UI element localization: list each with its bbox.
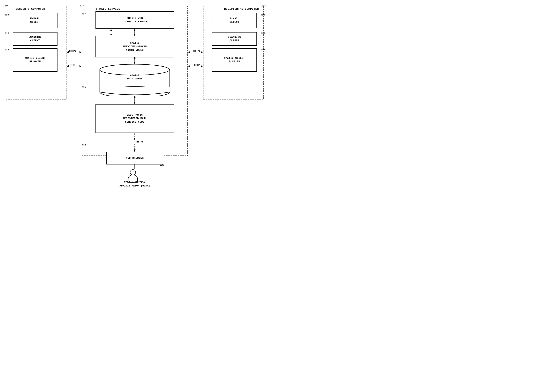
email2-web-client-interface: eMail2 WEBCLIENT INTERFACE bbox=[96, 11, 174, 29]
email2-data-layer: eMail2DATA LAYER bbox=[99, 64, 170, 96]
ref-102-left: 102 bbox=[5, 32, 9, 35]
electronic-registered-mail: ELECTRONICREGISTERED MAILSERVICE NODE bbox=[96, 104, 174, 133]
recipients-computer-label: RECIPIENT'S COMPUTER bbox=[224, 7, 259, 10]
email2-data-layer-label: eMail2DATA LAYER bbox=[127, 74, 142, 80]
ref-101-left: 101 bbox=[5, 14, 9, 17]
https-label-bottom: HTTPS bbox=[136, 141, 143, 143]
ref-110: 110 bbox=[80, 4, 84, 7]
svg-rect-21 bbox=[100, 87, 170, 92]
http-label-right: HTTP bbox=[194, 64, 200, 66]
email2-client-plugin-left: eMail2 CLIENTPLUG-IN bbox=[13, 48, 58, 72]
email-client-left: E-MAILCLIENT bbox=[13, 13, 58, 28]
ref-100-right: 100 bbox=[261, 4, 266, 7]
ref-108-right: 108 bbox=[260, 48, 265, 51]
https-label-right: HTTPS bbox=[193, 50, 200, 52]
email-client-right: E-MAILCLIENT bbox=[212, 13, 257, 28]
web-browser: WEB BROWSER bbox=[106, 152, 163, 165]
ref-100-left: 100 bbox=[3, 4, 8, 7]
arrows-overlay bbox=[0, 0, 270, 196]
email2-client-plugin-right: eMail2 CLIENTPLUG-IN bbox=[212, 48, 257, 72]
diagram: 100 100 101 102 108 110 127 120 130 128 … bbox=[0, 0, 270, 196]
scanning-client-right: SCANNINGCLIENT bbox=[212, 32, 257, 46]
http-label-left: HTTP bbox=[70, 64, 75, 66]
ref-130: 130 bbox=[82, 144, 86, 147]
ref-101-right: 101 bbox=[260, 14, 265, 17]
admin-label: eMail2 SERVICEADMINISTRATOR [e2SA] bbox=[111, 180, 159, 188]
person-head bbox=[130, 169, 136, 175]
senders-computer-label: SENDER'S COMPUTER bbox=[16, 7, 45, 10]
https-label-left: HTTPS bbox=[69, 50, 76, 52]
ref-120: 120 bbox=[82, 86, 86, 89]
ref-102-right: 102 bbox=[260, 32, 265, 35]
email2-services-server: eMAIL2SERVICES/SERVERADMIN NODES bbox=[96, 36, 174, 57]
scanning-client-left: SCANNINGCLIENT bbox=[13, 32, 58, 46]
email-service-label: e-MAIL SERVICE bbox=[96, 7, 120, 10]
ref-108-left: 108 bbox=[5, 48, 9, 51]
ref-127: 127 bbox=[82, 13, 86, 16]
